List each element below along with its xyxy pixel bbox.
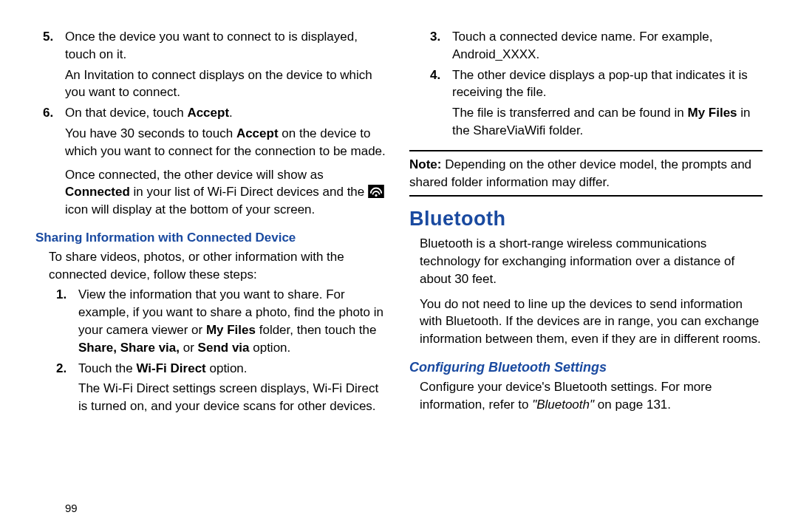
step-text: On that device, touch Accept. — [65, 104, 389, 122]
numbered-list-right: 3. Touch a connected device name. For ex… — [409, 28, 763, 140]
step-text: An Invitation to connect displays on the… — [65, 66, 389, 102]
subheading-sharing-info: Sharing Information with Connected Devic… — [35, 229, 389, 247]
step-6: 6. On that device, touch Accept. You hav… — [65, 104, 389, 219]
bold-text: My Files — [206, 323, 256, 337]
text: Touch the — [78, 361, 136, 375]
body-text: You do not need to line up the devices t… — [420, 296, 763, 348]
step-2: 2. Touch the Wi-Fi Direct option. The Wi… — [78, 360, 389, 415]
body-text: Bluetooth is a short-range wireless comm… — [420, 235, 763, 287]
text: option. — [250, 341, 291, 355]
step-text: The other device displays a pop-up that … — [452, 66, 763, 102]
note-box: Note: Depending on the other device mode… — [409, 150, 763, 197]
bold-text: Connected — [65, 185, 130, 199]
text: folder, then touch the — [256, 323, 377, 337]
text: Once connected, the other device will sh… — [65, 168, 324, 182]
page-number: 99 — [65, 500, 78, 516]
numbered-list-sharing: 1. View the information that you want to… — [35, 286, 389, 415]
text: On that device, touch — [65, 106, 187, 120]
step-4: 4. The other device displays a pop-up th… — [452, 66, 763, 140]
svg-point-1 — [375, 194, 377, 197]
wifi-direct-icon — [368, 185, 384, 198]
step-1: 1. View the information that you want to… — [78, 286, 389, 356]
subheading-config-bt: Configuring Bluetooth Settings — [409, 358, 763, 377]
step-5: 5. Once the device you want to connect t… — [65, 28, 389, 101]
text: or — [180, 341, 198, 355]
step-text: You have 30 seconds to touch Accept on t… — [65, 125, 389, 160]
step-text: The Wi-Fi Direct settings screen display… — [78, 380, 389, 415]
step-marker: 4. — [430, 66, 440, 84]
step-text: Touch the Wi-Fi Direct option. — [78, 360, 389, 378]
text: option. — [206, 361, 248, 375]
text: on page 131. — [594, 398, 671, 412]
bold-text: Accept — [187, 106, 229, 120]
reference-italic: "Bluetooth" — [532, 398, 594, 412]
step-text: Once connected, the other device will sh… — [65, 166, 389, 219]
body-text: Configure your device's Bluetooth settin… — [420, 378, 763, 414]
text: You have 30 seconds to touch — [65, 126, 236, 140]
text: icon will display at the bottom of your … — [65, 202, 315, 216]
section-heading-bluetooth: Bluetooth — [409, 205, 763, 233]
text: in your list of Wi-Fi Direct devices and… — [130, 185, 368, 199]
bold-text: Accept — [236, 126, 279, 140]
bold-text: Share, Share via, — [78, 341, 180, 355]
step-marker: 1. — [56, 286, 66, 304]
note-text: Note: Depending on the other device mode… — [409, 156, 763, 191]
step-marker: 5. — [43, 28, 53, 46]
intro-text: To share videos, photos, or other inform… — [49, 248, 389, 284]
left-column: 5. Once the device you want to connect t… — [35, 28, 389, 421]
note-label: Note: — [409, 157, 441, 171]
step-3: 3. Touch a connected device name. For ex… — [452, 28, 763, 64]
two-column-layout: 5. Once the device you want to connect t… — [0, 0, 798, 421]
manual-page: 5. Once the device you want to connect t… — [0, 0, 798, 532]
text: The file is transferred and can be found… — [452, 106, 687, 120]
bold-text: Wi-Fi Direct — [136, 361, 205, 375]
step-text: The file is transferred and can be found… — [452, 104, 763, 140]
bold-text: Send via — [198, 341, 250, 355]
step-marker: 3. — [430, 28, 440, 46]
numbered-list-left: 5. Once the device you want to connect t… — [35, 28, 389, 219]
text: . — [229, 106, 233, 120]
step-marker: 6. — [43, 104, 53, 122]
step-marker: 2. — [56, 360, 66, 378]
step-text: Touch a connected device name. For examp… — [452, 28, 763, 64]
bold-text: My Files — [687, 106, 737, 120]
step-text: View the information that you want to sh… — [78, 286, 389, 356]
right-column: 3. Touch a connected device name. For ex… — [409, 28, 763, 421]
step-text: Once the device you want to connect to i… — [65, 28, 389, 64]
text: Depending on the other device model, the… — [409, 157, 751, 189]
